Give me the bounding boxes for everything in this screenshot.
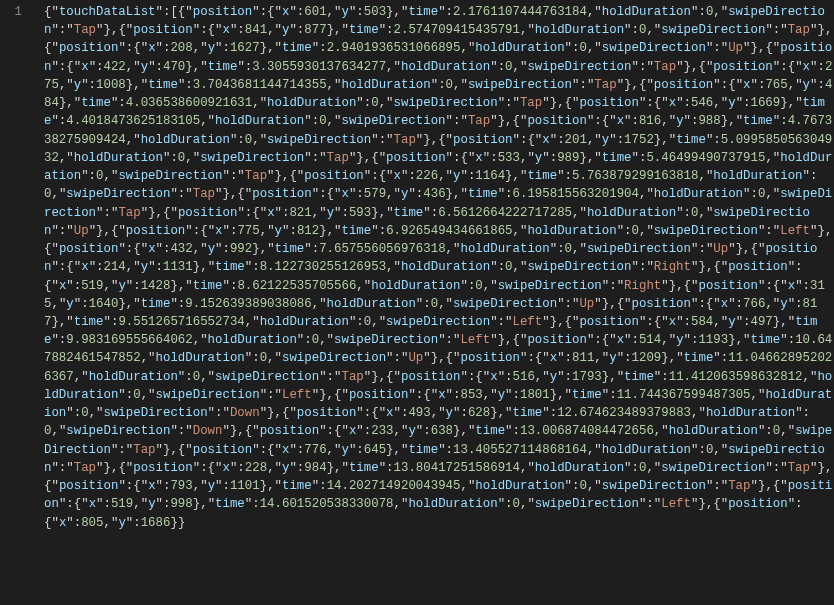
code-editor: 1 {"touchDataList":[{"position":{"x":601… xyxy=(0,0,834,605)
code-content[interactable]: {"touchDataList":[{"position":{"x":601,"… xyxy=(38,0,834,605)
line-number: 1 xyxy=(0,3,22,21)
gutter: 1 xyxy=(0,0,38,605)
